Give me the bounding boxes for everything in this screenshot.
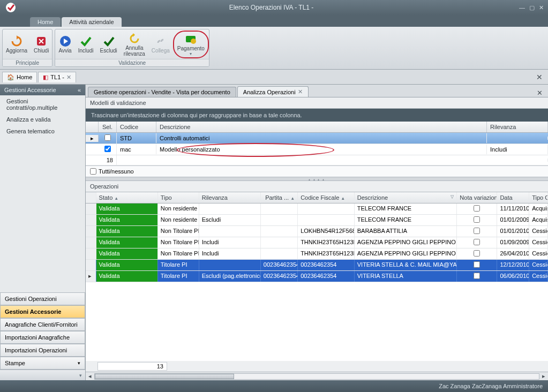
tutti-checkbox[interactable]	[90, 168, 96, 175]
col-rilevanza[interactable]: Rilevanza	[199, 192, 261, 203]
ops-row[interactable]: ValidataNon Titolare PILOKHBN54R12F568KB…	[86, 226, 548, 237]
nav-stampe[interactable]: Stampe▾	[0, 357, 85, 370]
cell-data: 06/06/2010	[497, 271, 529, 282]
cell-nota[interactable]	[457, 271, 497, 282]
nota-checkbox	[474, 261, 480, 268]
annulla-button[interactable]: Annulla rilevanza	[121, 30, 148, 59]
workspace: Gestioni Accessorie « Gestioni contratti…	[0, 85, 548, 380]
ops-row[interactable]: ValidataTitolare PI002364623540023646235…	[86, 260, 548, 271]
aggiorna-button[interactable]: Aggiorna	[3, 33, 31, 56]
subtabs-close-icon[interactable]: ✕	[534, 89, 546, 97]
grid-row[interactable]: ▸ STD Controlli automatici	[86, 133, 548, 144]
cell-rilevanza	[199, 226, 261, 237]
cell-nota[interactable]	[457, 215, 497, 225]
cell-rilevanza: Includi	[199, 248, 261, 259]
splitter[interactable]: ▴ ▴ ▴ ▴	[86, 177, 548, 181]
pagamento-button[interactable]: Pagamento ▾	[173, 31, 209, 58]
cell-nota[interactable]	[457, 248, 497, 259]
cell-tipoc: Acquis	[529, 215, 548, 225]
cell-tipo: Non Titolare PI	[158, 248, 199, 259]
nav-importazioni-operazioni[interactable]: Importazioni Operazioni	[0, 344, 85, 357]
cell-partita	[261, 237, 298, 248]
chiudi-button[interactable]: Chiudi	[31, 33, 52, 56]
cell-descrizione: AGENZIA PEPPINO GIGLI PEPPINO	[355, 248, 457, 259]
scroll-right-icon[interactable]: ▸	[539, 373, 548, 380]
scroll-thumb[interactable]	[95, 374, 234, 379]
col-partita[interactable]: Partita ... ▲	[261, 192, 298, 203]
cell-stato: Validata	[96, 203, 158, 214]
minimize-icon[interactable]: —	[519, 4, 525, 11]
collapse-icon[interactable]: «	[78, 87, 81, 93]
cell-descrizione: TELECOM FRANCE	[355, 203, 457, 214]
cell-nota[interactable]	[457, 260, 497, 270]
cell-data: 26/04/2010	[497, 248, 529, 259]
subtab-gestione[interactable]: Gestione operazioni - Vendite - Vista pe…	[88, 87, 236, 97]
row-indicator	[86, 215, 96, 225]
nav-anagrafiche[interactable]: Anagrafiche Clienti/Fornitori	[0, 318, 85, 331]
subtab-analizza[interactable]: Analizza Operazioni✕	[237, 86, 309, 97]
undo-icon	[128, 32, 141, 45]
col-nota[interactable]: Nota variazione	[457, 192, 497, 203]
escludi-button[interactable]: Escludi	[97, 33, 121, 56]
cell-nota[interactable]	[457, 237, 497, 248]
cell-tipoc: Cessio	[529, 271, 548, 282]
refresh-icon	[10, 35, 23, 48]
col-tipoc[interactable]: Tipo C	[529, 192, 548, 203]
doctab-home[interactable]: 🏠 Home	[2, 72, 37, 82]
col-codice[interactable]: Codice	[117, 122, 156, 132]
cell-cf: THNKIH23T65H123E	[298, 248, 355, 259]
home-icon: 🏠	[7, 74, 14, 81]
section-title: Modelli di validazione	[86, 97, 548, 109]
main-panel: Gestione operazioni - Vendite - Vista pe…	[86, 85, 548, 380]
horizontal-scrollbar[interactable]: ◂ ▸	[86, 372, 548, 380]
col-tipo[interactable]: Tipo	[158, 192, 199, 203]
ops-row[interactable]: ValidataNon residenteEscludiTELECOM FRAN…	[86, 215, 548, 226]
nota-checkbox	[474, 216, 480, 223]
cell-data: 01/01/2009	[497, 215, 529, 225]
row-indicator	[86, 237, 96, 248]
grid-header: Sel. Codice Descrizione Rilevanza	[86, 122, 548, 133]
nav-importazioni-anagrafiche[interactable]: Importazioni Anagrafiche	[0, 331, 85, 344]
group-by-hint[interactable]: Trascinare un'intestazione di colonna qu…	[86, 109, 548, 122]
col-descrizione[interactable]: Descrizione ▽	[355, 192, 457, 203]
includi-button[interactable]: Includi	[75, 33, 97, 56]
doctab-close-icon[interactable]: ✕	[66, 74, 71, 81]
cell-partita: 00236462354	[261, 260, 298, 270]
nav-gestioni-accessorie[interactable]: Gestioni Accessorie	[0, 305, 85, 318]
ops-row[interactable]: ▸ValidataTitolare PIEscludi (pag.elettro…	[86, 271, 548, 282]
maximize-icon[interactable]: ▢	[529, 4, 535, 11]
chevron-down-icon[interactable]: ▾	[79, 373, 82, 378]
ops-row[interactable]: ValidataNon Titolare PIIncludiTHNKIH23T6…	[86, 248, 548, 260]
grid-row[interactable]: mac Modello personalizzato Includi	[86, 144, 548, 155]
ops-grid: Stato ▲ Tipo Rilevanza Partita ... ▲ Cod…	[86, 192, 548, 361]
avvia-button[interactable]: Avvia	[55, 33, 74, 56]
left-item[interactable]: Genera telematico	[0, 125, 85, 137]
col-cf[interactable]: Codice Fiscale ▲	[298, 192, 355, 203]
nav-gestioni-operazioni[interactable]: Gestioni Operazioni	[0, 292, 85, 305]
left-item[interactable]: Gestioni contratti/op.multiple	[0, 95, 85, 114]
scroll-left-icon[interactable]: ◂	[86, 373, 94, 380]
cell-stato: Validata	[96, 271, 158, 282]
ops-row[interactable]: ValidataNon Titolare PIIncludiTHNKIH23T6…	[86, 237, 548, 248]
subtab-close-icon[interactable]: ✕	[298, 88, 303, 95]
ops-row[interactable]: ValidataNon residenteTELECOM FRANCE11/11…	[86, 203, 548, 215]
tutti-nessuno[interactable]: Tutti/nessuno	[86, 165, 548, 177]
col-descrizione[interactable]: Descrizione	[156, 122, 487, 132]
doctabs-close-icon[interactable]: ✕	[533, 73, 546, 81]
collega-button[interactable]: Collega	[148, 33, 173, 56]
close-icon[interactable]: ✕	[539, 4, 544, 11]
filter-icon[interactable]: ▽	[451, 194, 454, 199]
col-stato[interactable]: Stato ▲	[96, 192, 158, 203]
col-rilevanza[interactable]: Rilevanza	[487, 122, 548, 132]
tab-attivita[interactable]: Attività aziendale	[62, 17, 121, 27]
left-item[interactable]: Analizza e valida	[0, 114, 85, 125]
col-sel[interactable]: Sel.	[99, 122, 117, 132]
cell-rilevanza: Escludi	[199, 215, 261, 225]
tab-home[interactable]: Home	[30, 17, 61, 27]
cell-nota[interactable]	[457, 226, 497, 237]
row-indicator	[86, 203, 96, 214]
close-red-icon	[35, 35, 48, 48]
col-data[interactable]: Data	[497, 192, 529, 203]
doctab-tl1[interactable]: ◧ TL1 - ✕	[38, 72, 76, 82]
cell-nota[interactable]	[457, 203, 497, 214]
